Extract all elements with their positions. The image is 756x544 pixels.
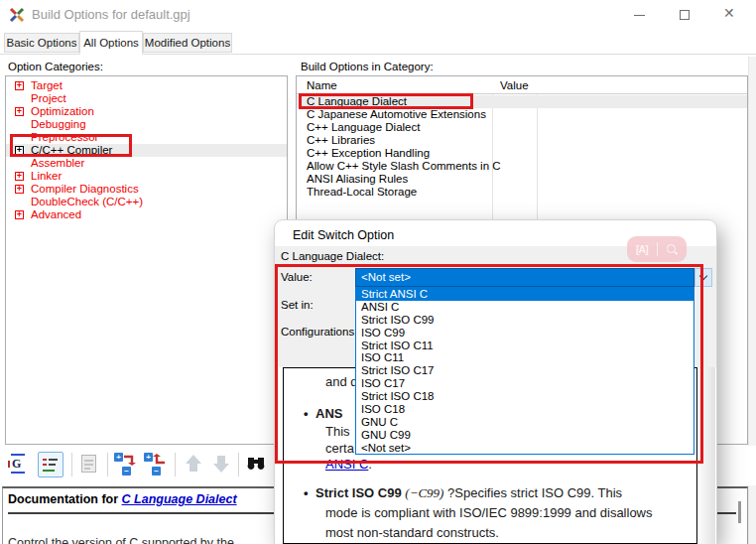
expand-plus-icon[interactable]: +	[15, 172, 24, 181]
popup-title: Edit Switch Option	[293, 228, 394, 242]
screenshot-tool-overlay: [A]	[627, 236, 687, 262]
close-button[interactable]: ✕	[713, 0, 747, 28]
window-title: Build Options for default.gpj	[32, 7, 190, 22]
expand-plus-icon[interactable]: +	[15, 107, 24, 116]
toolbar-separator	[71, 453, 72, 476]
tab[interactable]: All Options	[79, 31, 143, 55]
column-header-name[interactable]: Name	[307, 79, 337, 91]
c-language-dialect-link[interactable]: C Language Dialect	[122, 492, 237, 506]
move-up-icon	[181, 452, 206, 477]
option-categories-label: Option Categories:	[8, 61, 103, 72]
toolbar-separator	[238, 453, 239, 476]
tree-item[interactable]: Debugging	[6, 118, 287, 131]
table-header: Name Value	[297, 76, 747, 94]
tree-item-label: Target	[31, 79, 63, 92]
show-option-flags-icon[interactable]	[38, 452, 63, 477]
app-icon	[9, 7, 25, 23]
minimize-button[interactable]	[622, 0, 656, 28]
doc-text-line: most non-standard constructs.	[325, 525, 499, 540]
tree-item-label: Advanced	[31, 208, 81, 221]
option-categories-tree: + Target Project + Optimization Debuggin…	[5, 75, 288, 445]
doc-text-line: mode is compliant with ISO/IEC 9899:1999…	[325, 505, 653, 520]
option-name-cell: ANSI Aliasing Rules	[307, 173, 408, 186]
table-row[interactable]: Thread-Local Storage	[297, 186, 747, 199]
toolbar-separator	[107, 453, 108, 476]
option-name-cell: C Japanese Automotive Extensions	[307, 108, 486, 121]
ocr-icon[interactable]: [A]	[636, 243, 648, 255]
tree-item-label: Linker	[31, 170, 62, 183]
option-name-cell: C++ Libraries	[307, 134, 375, 147]
tree-item-label: Debugging	[31, 118, 86, 131]
tree-item[interactable]: + Advanced	[6, 208, 287, 221]
annotation-box-dropdown	[275, 264, 703, 464]
option-name-cell: Thread-Local Storage	[307, 186, 417, 199]
expand-plus-icon[interactable]: +	[15, 210, 24, 219]
tree-item-label: Optimization	[31, 105, 94, 118]
title-bar: Build Options for default.gpj ✕	[0, 0, 756, 30]
documentation-for-label: Documentation for	[8, 492, 122, 506]
table-row[interactable]: C Japanese Automotive Extensions	[297, 108, 747, 121]
find-icon[interactable]	[244, 452, 270, 477]
expand-plus-icon[interactable]: +	[15, 81, 24, 90]
option-name-label: C Language Dialect:	[281, 250, 384, 262]
annotation-box-compiler	[10, 134, 132, 157]
maximize-icon	[680, 10, 690, 20]
tree-item-label: DoubleCheck (C/C++)	[31, 196, 143, 208]
tab-strip: Basic OptionsAll OptionsModified Options	[0, 30, 756, 55]
sort-options-icon[interactable]: G	[8, 452, 34, 477]
tree-item-label: Project	[31, 92, 66, 105]
tree-item[interactable]: Assembler	[6, 157, 287, 170]
close-icon: ✕	[723, 5, 735, 21]
toolbar-separator	[175, 453, 176, 476]
tree-item-label: Compiler Diagnostics	[31, 183, 139, 196]
option-name-cell: C++ Exception Handling	[307, 147, 430, 160]
tree-item[interactable]: DoubleCheck (C/C++)	[6, 196, 287, 208]
build-options-label: Build Options in Category:	[301, 61, 434, 72]
table-row[interactable]: ANSI Aliasing Rules	[297, 173, 747, 186]
doc-bullet-strict-iso-c99: •Strict ISO C99 (−C99) ?Specifies strict…	[304, 485, 622, 501]
table-row[interactable]: C++ Exception Handling	[297, 147, 747, 160]
documentation-partial-text: Control the version of C supported by th…	[8, 536, 234, 544]
table-row[interactable]: C++ Libraries	[297, 134, 747, 147]
tab[interactable]: Basic Options	[4, 33, 79, 53]
table-row[interactable]: C++ Language Dialect	[297, 121, 747, 134]
edit-option-icon	[77, 452, 103, 477]
annotation-box-c-language-dialect	[299, 93, 473, 109]
tree-item[interactable]: + Compiler Diagnostics	[6, 183, 287, 196]
option-name-cell: Allow C++ Style Slash Comments in C	[307, 160, 501, 173]
overlay-divider	[657, 242, 658, 256]
tree-item-label: Assembler	[31, 157, 84, 170]
tab[interactable]: Modified Options	[143, 33, 232, 53]
doc-scrollbar-thumb[interactable]	[738, 501, 741, 523]
minimize-icon	[634, 15, 645, 16]
expand-plus-icon[interactable]: +	[15, 185, 24, 194]
search-icon[interactable]	[667, 244, 678, 255]
tree-item[interactable]: + Optimization	[6, 105, 287, 118]
move-down-icon	[208, 452, 234, 477]
tree-item[interactable]: Project	[6, 92, 287, 105]
table-body: C Language Dialect C Japanese Automotive…	[297, 95, 747, 199]
collapse-with-children-icon[interactable]: + −	[143, 452, 169, 477]
column-header-value[interactable]: Value	[500, 79, 529, 91]
expand-with-children-icon[interactable]: + −	[113, 452, 139, 477]
tree-item[interactable]: + Linker	[6, 170, 287, 183]
table-row[interactable]: Allow C++ Style Slash Comments in C	[297, 160, 747, 173]
tree-item[interactable]: + Target	[6, 79, 287, 92]
documentation-for-line: Documentation for C Language Dialect	[8, 492, 237, 506]
option-name-cell: C++ Language Dialect	[307, 121, 420, 134]
maximize-button[interactable]	[668, 0, 701, 28]
